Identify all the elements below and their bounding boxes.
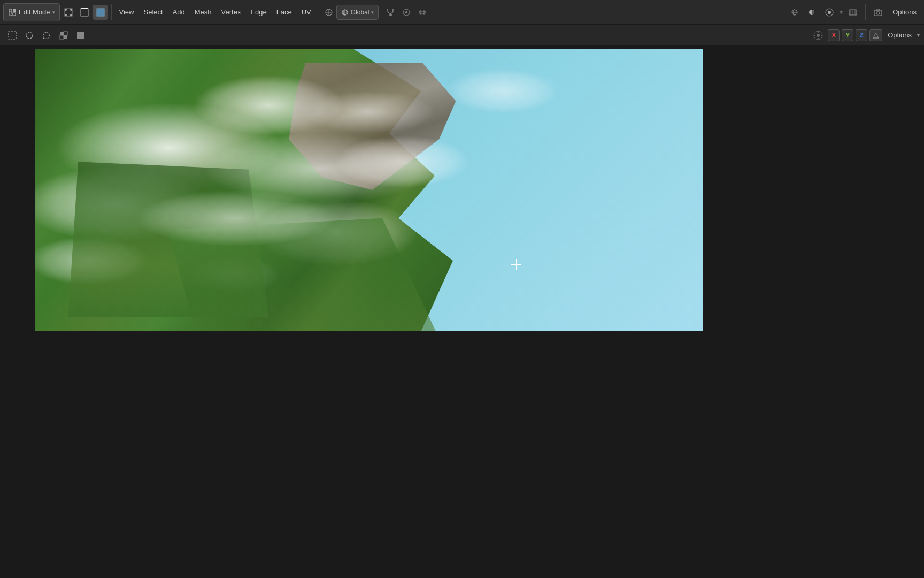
menu-view[interactable]: View: [115, 3, 138, 21]
viewport-wireframe-btn[interactable]: [787, 5, 802, 20]
svg-rect-1: [13, 9, 16, 12]
checker-select-btn[interactable]: [56, 28, 72, 43]
svg-rect-48: [64, 32, 67, 35]
z-axis-btn[interactable]: Z: [856, 29, 867, 41]
svg-point-5: [65, 9, 67, 11]
camera-icon-btn[interactable]: [870, 5, 886, 20]
cloud-wisp-2: [135, 190, 336, 247]
render-viewport[interactable]: [35, 49, 703, 331]
snap-button[interactable]: [383, 5, 398, 20]
svg-point-6: [70, 9, 72, 11]
right-toolbar-area: X Y Z Options ▾: [813, 29, 920, 41]
xray-toggle-btn[interactable]: [845, 5, 861, 20]
svg-rect-14: [97, 9, 104, 16]
separator-2: [319, 4, 319, 20]
mode-selector[interactable]: Edit Mode ▾: [3, 3, 60, 21]
svg-rect-27: [419, 11, 426, 13]
second-toolbar: X Y Z Options ▾: [0, 25, 924, 46]
svg-point-26: [405, 11, 407, 13]
viewport-area: [0, 46, 924, 578]
svg-rect-0: [9, 9, 12, 12]
top-toolbar: Edit Mode ▾: [0, 0, 924, 25]
box-select-btn[interactable]: [4, 28, 20, 43]
svg-rect-49: [60, 35, 64, 39]
svg-rect-51: [77, 32, 84, 39]
menu-uv[interactable]: UV: [297, 3, 315, 21]
global-icon: [341, 9, 349, 16]
svg-point-43: [876, 11, 880, 14]
viewport-shading-btn[interactable]: [804, 5, 819, 20]
separator-1: [111, 4, 112, 20]
svg-rect-47: [60, 32, 64, 35]
svg-point-53: [817, 34, 820, 37]
pivot-icon: [325, 8, 333, 17]
menu-face[interactable]: Face: [272, 3, 296, 21]
circle-select-btn[interactable]: [21, 28, 37, 43]
svg-rect-45: [9, 32, 16, 39]
menu-mesh[interactable]: Mesh: [190, 3, 216, 21]
select-mode-group: [4, 28, 89, 43]
x-axis-btn[interactable]: X: [828, 29, 840, 41]
menu-add[interactable]: Add: [168, 3, 189, 21]
menu-edge[interactable]: Edge: [246, 3, 271, 21]
landscape-background: [35, 49, 703, 331]
svg-point-37: [828, 11, 831, 14]
edge-select-mode[interactable]: [77, 5, 92, 20]
svg-point-46: [26, 32, 33, 39]
overlay-toggle-btn[interactable]: [821, 5, 837, 20]
svg-point-8: [70, 14, 72, 16]
all-select-btn[interactable]: [73, 28, 89, 43]
svg-rect-9: [81, 9, 88, 16]
options-label[interactable]: Options: [888, 8, 921, 16]
global-label: Global: [351, 9, 369, 16]
svg-rect-50: [64, 35, 67, 39]
cloud-wisp-3: [302, 91, 436, 133]
menu-vertex[interactable]: Vertex: [217, 3, 245, 21]
menu-select[interactable]: Select: [140, 3, 167, 21]
options-right-label[interactable]: Options: [884, 31, 915, 39]
mode-icon: [8, 8, 17, 17]
y-axis-btn[interactable]: Y: [842, 29, 853, 41]
mesh-select-modes: [61, 5, 108, 20]
proportional-btn[interactable]: [869, 29, 882, 41]
global-transform-btn[interactable]: Global ▾: [336, 5, 379, 20]
mode-chevron: ▾: [52, 10, 55, 15]
mode-label: Edit Mode: [19, 8, 50, 16]
vertex-select-mode[interactable]: [61, 5, 76, 20]
svg-rect-3: [13, 13, 16, 16]
lasso-select-btn[interactable]: [38, 28, 55, 43]
snap-settings-button[interactable]: [415, 5, 430, 20]
svg-rect-35: [812, 10, 814, 15]
svg-point-7: [65, 14, 67, 16]
svg-rect-2: [9, 13, 12, 16]
transform-icon: [813, 30, 823, 41]
proportional-edit-button[interactable]: [399, 5, 414, 20]
face-select-mode[interactable]: [93, 5, 108, 20]
